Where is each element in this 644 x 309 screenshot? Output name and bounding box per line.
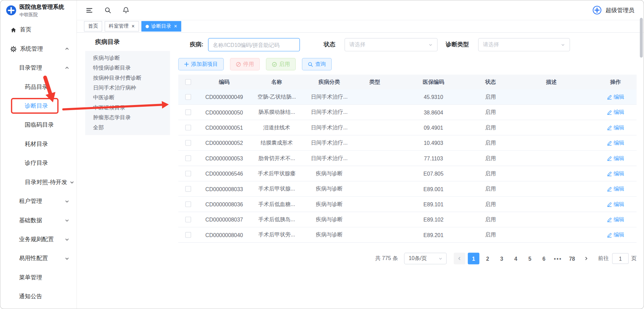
col-header-status: 状态: [473, 78, 508, 86]
cell-insurance-code: 77.1103: [394, 155, 473, 161]
edit-button[interactable]: 编辑: [607, 155, 624, 162]
catalog-item[interactable]: 中医诊断: [85, 93, 170, 103]
sidebar-item-treatment-catalog[interactable]: 诊疗目录: [0, 154, 77, 173]
edit-button[interactable]: 编辑: [607, 93, 624, 101]
page-number-1[interactable]: 1: [468, 253, 479, 264]
table-row: CD0000008037 手术后低胰岛... 疾病与诊断 E89.102 启用: [178, 212, 637, 227]
sidebar-item-base-data[interactable]: 基础数据: [0, 211, 77, 230]
page-number-4[interactable]: 4: [510, 253, 522, 264]
row-checkbox[interactable]: [185, 217, 191, 223]
table-row: CD0000006546 手术后甲状腺瘘 疾病与诊断 E07.805 启用: [178, 166, 637, 181]
page-number-5[interactable]: 5: [524, 253, 535, 264]
next-page-button[interactable]: [580, 253, 592, 264]
main-area: 超级管理员 首页 科室管理 × 诊断目录 × 疾病目录: [77, 0, 644, 309]
cell-insurance-code: E89.201: [394, 232, 473, 238]
sidebar-item-catalog-mapping[interactable]: 目录对照-待开发: [0, 173, 77, 192]
cell-name: 手术后低血糖...: [250, 201, 303, 208]
collapse-sidebar-icon[interactable]: [86, 6, 93, 14]
chevron-right-icon: [584, 256, 589, 261]
catalog-item[interactable]: 日间手术治疗病种: [85, 83, 170, 93]
sidebar-item-notice[interactable]: 通知公告: [0, 287, 77, 306]
sidebar-item-diagnosis-catalog[interactable]: 诊断目录: [0, 97, 77, 115]
row-checkbox[interactable]: [185, 155, 191, 161]
row-checkbox[interactable]: [185, 109, 191, 115]
menu-label: 基础数据: [19, 217, 42, 224]
page-number-3[interactable]: 3: [496, 253, 507, 264]
diagnosis-type-select[interactable]: 请选择: [478, 38, 570, 51]
catalog-item[interactable]: 肿瘤形态学目录: [85, 113, 170, 123]
sidebar-item-drug-catalog[interactable]: 药品目录: [0, 77, 77, 96]
sidebar-item-home[interactable]: 首页: [0, 20, 77, 39]
sidebar-item-national-code-catalog[interactable]: 国临码目录: [0, 115, 77, 134]
tab-department-mgmt[interactable]: 科室管理 ×: [105, 21, 139, 32]
edit-button[interactable]: 编辑: [607, 124, 624, 131]
edit-button[interactable]: 编辑: [607, 216, 624, 223]
edit-button[interactable]: 编辑: [607, 139, 624, 147]
edit-button[interactable]: 编辑: [607, 231, 624, 238]
close-icon[interactable]: ×: [131, 24, 135, 29]
bell-icon[interactable]: [122, 7, 129, 14]
chevron-down-icon: [428, 42, 433, 47]
hospital-logo-icon: [6, 5, 17, 16]
menu-label: 药品目录: [25, 83, 48, 91]
status-select[interactable]: 请选择: [344, 38, 437, 51]
cell-category: 疾病与诊断: [303, 231, 355, 238]
col-header-code: 编码: [198, 78, 251, 86]
row-checkbox[interactable]: [185, 125, 191, 130]
cell-name: 空肠-乙状结肠...: [250, 93, 303, 101]
page-number-2[interactable]: 2: [482, 253, 493, 264]
enable-button[interactable]: 启用: [266, 58, 296, 71]
sidebar-item-usability-config[interactable]: 易用性配置: [0, 249, 77, 268]
row-checkbox[interactable]: [185, 171, 191, 176]
catalog-item[interactable]: 疾病与诊断: [85, 53, 170, 63]
filter-bar: 疾病: 状态 请选择 诊断类型 请选择: [190, 38, 637, 51]
catalog-item[interactable]: 全部: [85, 123, 170, 132]
disable-button[interactable]: 停用: [230, 58, 260, 71]
cell-code: CD0000000051: [198, 125, 251, 131]
search-icon[interactable]: [104, 7, 111, 14]
chevron-left-icon: [457, 256, 462, 261]
close-icon[interactable]: ×: [174, 24, 177, 29]
edit-button[interactable]: 编辑: [607, 170, 624, 177]
scrollbar[interactable]: [640, 18, 643, 58]
edit-button[interactable]: 编辑: [607, 201, 624, 208]
catalog-item[interactable]: 特慢病诊断目录: [85, 63, 170, 73]
edit-icon: [607, 156, 612, 161]
disease-search-input[interactable]: [208, 38, 300, 51]
page-number-6[interactable]: 6: [538, 253, 550, 264]
row-checkbox[interactable]: [185, 232, 191, 238]
action-toolbar: 添加新项目 停用 启用 查询: [178, 58, 637, 71]
row-checkbox[interactable]: [185, 186, 191, 192]
chevron-down-icon: [64, 237, 69, 242]
sidebar-item-business-rules[interactable]: 业务规则配置: [0, 230, 77, 249]
sidebar-item-menu-mgmt[interactable]: 菜单管理: [0, 268, 77, 287]
select-all-checkbox[interactable]: [185, 79, 191, 85]
chevron-down-icon: [64, 199, 69, 204]
sidebar-item-tenant-mgmt[interactable]: 租户管理: [0, 192, 77, 211]
tab-home[interactable]: 首页: [84, 21, 102, 32]
edit-button[interactable]: 编辑: [607, 108, 624, 116]
circle-check-icon: [272, 61, 277, 67]
catalog-item[interactable]: 按病种目录付费诊断: [85, 73, 170, 83]
cell-name: 肋骨切开术不...: [250, 155, 303, 162]
edit-button[interactable]: 编辑: [607, 185, 624, 192]
sidebar-item-system-mgmt[interactable]: 系统管理: [0, 40, 77, 58]
sidebar-item-consumables-catalog[interactable]: 耗材目录: [0, 135, 77, 154]
page-number-78[interactable]: 78: [566, 253, 578, 264]
goto-page-input[interactable]: [612, 253, 629, 264]
sidebar-item-catalog-mgmt[interactable]: 目录管理: [0, 58, 77, 77]
more-pages-icon[interactable]: •••: [552, 253, 564, 264]
tabs-bar: 首页 科室管理 × 诊断目录 ×: [77, 20, 644, 33]
tab-diagnosis-catalog[interactable]: 诊断目录 ×: [141, 21, 181, 32]
user-avatar-icon[interactable]: [592, 5, 602, 15]
row-checkbox[interactable]: [185, 201, 191, 207]
row-checkbox[interactable]: [185, 94, 191, 100]
catalog-item[interactable]: 中医证候目录: [85, 103, 170, 112]
panel-title: 疾病目录: [85, 38, 170, 46]
prev-page-button[interactable]: [454, 253, 465, 264]
page-size-select[interactable]: 10条/页: [404, 253, 446, 264]
query-button[interactable]: 查询: [302, 58, 331, 71]
user-name[interactable]: 超级管理员: [606, 6, 635, 14]
row-checkbox[interactable]: [185, 140, 191, 146]
add-item-button[interactable]: 添加新项目: [178, 58, 224, 71]
